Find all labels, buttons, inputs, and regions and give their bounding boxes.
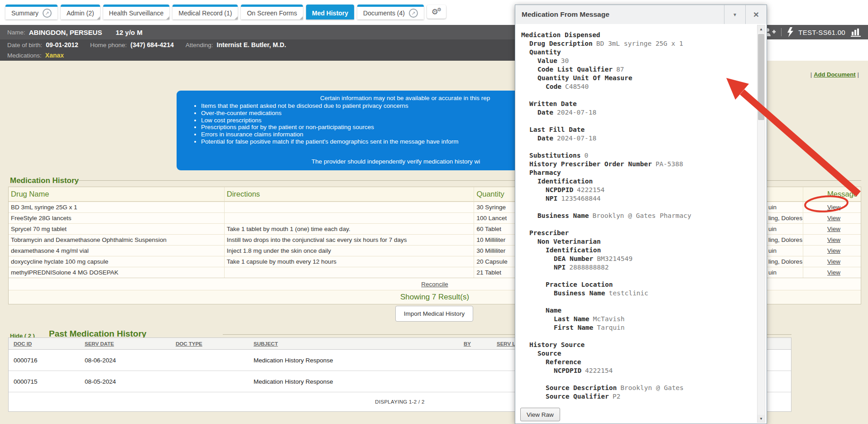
notice-title: Certain information may not be available… (320, 95, 490, 101)
settings-gears-button[interactable]: ⚙ ⚙ (427, 5, 446, 19)
tab-medical-record-label: Medical Record (1) (178, 10, 232, 17)
dialog-scrollbar[interactable]: ▲ ▼ (757, 25, 765, 423)
field-value: 2024-07-18 (557, 109, 596, 116)
tab-summary-label: Summary (11, 10, 38, 17)
view-message-link[interactable]: View (827, 215, 840, 222)
reconcile-link[interactable]: Reconcile (421, 281, 448, 288)
field-label: Identification (546, 246, 601, 254)
dialog-line: Name (521, 306, 751, 315)
col-doc-type[interactable]: DOC TYPE (168, 338, 245, 349)
notice-bullet: Prescriptions paid for by the patient or… (201, 124, 458, 131)
tab-summary[interactable]: Summary ↗ (5, 5, 58, 19)
doc-id: 0000715 (9, 371, 77, 392)
subject: Medication History Response (245, 371, 455, 392)
dialog-line: Identification (521, 246, 751, 255)
col-by[interactable]: BY (455, 338, 489, 349)
medications-value[interactable]: Xanax (45, 52, 64, 59)
view-message-link[interactable]: View (827, 269, 840, 276)
col-message: Message (803, 187, 861, 201)
field-label: Source (537, 350, 561, 357)
home-phone-value: (347) 684-4214 (130, 41, 174, 48)
dialog-close-button[interactable]: × (745, 5, 767, 24)
dialog-line: Drug DescriptionBD 3mL syringe 25G x 1 (521, 39, 751, 48)
field-value: 0 (585, 152, 589, 159)
dialog-line: Business Nametestclinic (521, 289, 751, 298)
field-label: Non Veterinarian (537, 238, 601, 245)
dialog-line: Date2024-07-18 (521, 134, 751, 143)
dialog-blank-line (521, 332, 751, 341)
divider (781, 28, 782, 36)
dialog-line: History Prescriber Order NumberPA-5388 (521, 160, 751, 169)
field-label: Source Description (546, 384, 617, 391)
field-value: testclinic (609, 289, 648, 297)
chart-icon[interactable] (850, 28, 862, 37)
drug-name: methylPREDNISolone 4 MG DOSEPAK (9, 267, 224, 278)
view-message-link[interactable]: View (827, 226, 840, 232)
field-label: Date (537, 109, 553, 116)
tab-medical-record[interactable]: Medical Record (1) (173, 5, 238, 19)
dialog-blank-line (521, 91, 751, 100)
patient-name: ABINGDON, PERSEUS (29, 29, 102, 36)
col-subject[interactable]: SUBJECT (245, 338, 455, 349)
add-document-link[interactable]: Add Document (814, 71, 855, 78)
caret-down-icon: ▼ (733, 12, 737, 17)
import-medical-history-button[interactable]: Import Medical History (395, 306, 473, 322)
close-icon: × (753, 9, 759, 20)
dialog-line: Written Date (521, 100, 751, 108)
dialog-line: Pharmacy (521, 169, 751, 177)
notice-bullet: Potential for false positive match if th… (201, 138, 458, 145)
notice-footer: The provider should independently verify… (312, 158, 480, 165)
tab-documents[interactable]: Documents (4) ↗ (357, 5, 424, 19)
directions (224, 202, 474, 212)
attending-value: Internist E. Butler, M.D. (217, 41, 286, 48)
dialog-line: Source (521, 349, 751, 358)
dialog-blank-line (521, 220, 751, 229)
field-label: Drug Description (529, 40, 593, 47)
view-message-link[interactable]: View (827, 236, 840, 243)
tab-health-surveillance[interactable]: Health Surveillance (103, 5, 170, 19)
directions: Instill two drops into the conjunctival … (224, 235, 474, 245)
field-value: BM3214549 (597, 255, 633, 262)
medication-history-heading: Medication History (10, 176, 79, 185)
col-serv-date[interactable]: SERV DATE (77, 338, 168, 349)
drug-name: doxycycline hyclate 100 mg capsule (9, 256, 224, 267)
scroll-down-arrow-icon[interactable]: ▼ (758, 415, 765, 422)
scrollbar-thumb[interactable] (758, 34, 764, 120)
patient-age-sex: 12 y/o M (115, 29, 142, 36)
dialog-title: Medication From Message (515, 10, 724, 19)
external-link-circle-icon[interactable]: ↗ (409, 9, 418, 18)
dialog-line: Non Veterinarian (521, 237, 751, 246)
view-raw-button[interactable]: View Raw (520, 408, 560, 421)
view-message-link[interactable]: View (827, 258, 840, 265)
dialog-collapse-button[interactable]: ▼ (724, 5, 745, 24)
tab-on-screen-forms[interactable]: On Screen Forms (241, 5, 302, 19)
directions: Inject 1.8 mg under the skin once daily (224, 246, 474, 256)
view-message-link[interactable]: View (827, 204, 840, 211)
field-label: Name (546, 307, 561, 314)
field-label: Medication Dispensed (521, 31, 600, 39)
field-label: Pharmacy (529, 169, 561, 176)
view-message-link[interactable]: View (827, 247, 840, 254)
serv-date: 08-05-2024 (77, 371, 168, 392)
lightning-icon[interactable] (786, 27, 793, 37)
dialog-line: DEA NumberBM3214549 (521, 255, 751, 263)
external-link-circle-icon[interactable]: ↗ (43, 9, 52, 18)
dialog-line: Last Fill Date (521, 125, 751, 134)
dialog-line: First NameTarquin (521, 323, 751, 332)
field-value: 2024-07-18 (557, 135, 596, 142)
tab-med-history[interactable]: Med History (306, 5, 354, 19)
field-label: Reference (546, 358, 581, 366)
dialog-line: CodeC48540 (521, 82, 751, 91)
serv-date: 08-06-2024 (77, 350, 168, 371)
tab-admin[interactable]: Admin (2) (61, 5, 100, 19)
dialog-line: Code List Qualifier87 (521, 65, 751, 74)
scroll-up-arrow-icon[interactable]: ▲ (758, 25, 765, 33)
dialog-blank-line (521, 203, 751, 212)
col-doc-id[interactable]: DOC ID (9, 338, 77, 349)
by (455, 350, 489, 371)
dialog-blank-line (521, 272, 751, 280)
medication-from-message-dialog: Medication From Message ▼ × Medication D… (515, 5, 767, 424)
field-label: History Source (529, 341, 585, 348)
name-label: Name: (7, 29, 25, 36)
notice-bullet: Errors in insurance claims information (201, 131, 458, 138)
